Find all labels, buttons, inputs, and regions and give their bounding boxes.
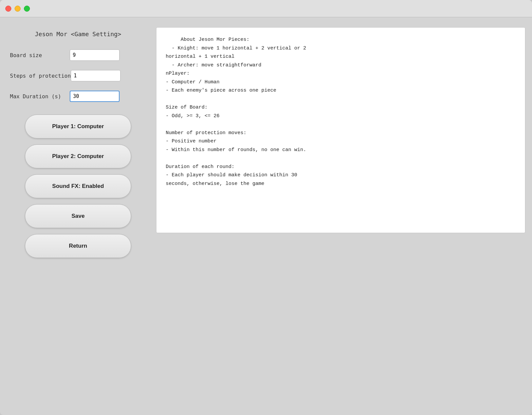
info-box: About Jeson Mor Pieces: - Knight: move 1… [156, 27, 525, 233]
steps-protection-input[interactable] [71, 70, 121, 81]
return-button[interactable]: Return [25, 234, 131, 258]
board-size-input[interactable] [70, 49, 120, 61]
return-button-label: Return [69, 243, 87, 249]
player2-button[interactable]: Player 2: Computer [25, 144, 131, 168]
close-button[interactable] [5, 6, 11, 12]
player2-button-label: Player 2: Computer [52, 153, 104, 160]
right-panel: About Jeson Mor Pieces: - Knight: move 1… [156, 24, 525, 408]
save-button-label: Save [71, 213, 85, 219]
minimize-button[interactable] [15, 6, 21, 12]
save-button[interactable]: Save [25, 204, 131, 228]
app-window: Jeson Mor <Game Setting> Board size Step… [0, 0, 532, 415]
max-duration-label: Max Duration (s) [10, 93, 70, 100]
title-bar [0, 0, 532, 17]
steps-protection-label: Steps of protection [10, 73, 71, 79]
player1-button-label: Player 1: Computer [52, 123, 104, 130]
maximize-button[interactable] [24, 6, 30, 12]
main-content: Jeson Mor <Game Setting> Board size Step… [0, 17, 532, 415]
max-duration-row: Max Duration (s) [7, 91, 149, 102]
soundfx-button[interactable]: Sound FX: Enabled [25, 174, 131, 198]
player1-button[interactable]: Player 1: Computer [25, 115, 131, 138]
board-size-label: Board size [10, 52, 70, 58]
left-panel: Jeson Mor <Game Setting> Board size Step… [7, 24, 149, 408]
steps-protection-row: Steps of protection [7, 70, 149, 81]
buttons-area: Player 1: Computer Player 2: Computer So… [7, 115, 149, 264]
soundfx-button-label: Sound FX: Enabled [52, 183, 104, 190]
board-size-row: Board size [7, 49, 149, 61]
max-duration-input[interactable] [70, 91, 120, 102]
panel-title: Jeson Mor <Game Setting> [35, 31, 121, 38]
